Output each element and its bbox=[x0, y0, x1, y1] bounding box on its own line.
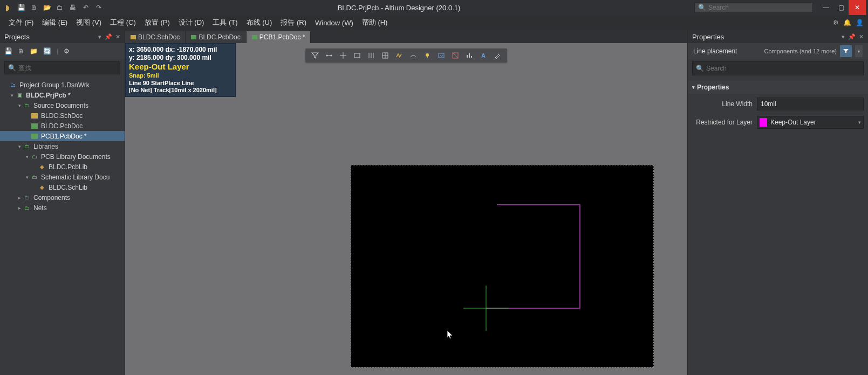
filter-dropdown[interactable]: ▾ bbox=[855, 45, 863, 57]
properties-subheader: Line placement Components (and 12 more) … bbox=[688, 43, 868, 59]
hud-info-2: [No Net] Track[10mil x 2020mil] bbox=[129, 87, 232, 94]
projects-toolbar: 💾 🗎 📁 🔄 | ⚙ bbox=[0, 43, 125, 59]
tree-pcblib[interactable]: ◆BLDC.PcbLib bbox=[0, 162, 125, 172]
tree-pcb-lib-docs[interactable]: ▾🗀PCB Library Documents bbox=[0, 151, 125, 162]
snap-icon[interactable] bbox=[323, 50, 336, 61]
tab-schdoc[interactable]: BLDC.SchDoc bbox=[125, 31, 186, 43]
search-icon: 🔍 bbox=[8, 64, 16, 72]
menu-design[interactable]: 设计 (D) bbox=[174, 16, 209, 30]
menu-route[interactable]: 布线 (U) bbox=[242, 16, 277, 30]
save-icon[interactable]: 💾 bbox=[4, 47, 12, 55]
projects-tree: 🗂Project Group 1.DsnWrk ▾▣BLDC.PrjPcb * … bbox=[0, 77, 125, 216]
menu-help[interactable]: 帮助 (H) bbox=[358, 16, 392, 30]
filter-button[interactable] bbox=[840, 45, 852, 57]
menu-project[interactable]: 工程 (C) bbox=[106, 16, 140, 30]
folder-icon[interactable]: 🗀 bbox=[55, 3, 65, 12]
properties-title: Properties bbox=[692, 33, 842, 41]
text-icon[interactable]: A bbox=[477, 50, 490, 61]
menubar: 文件 (F) 编辑 (E) 视图 (V) 工程 (C) 放置 (P) 设计 (D… bbox=[0, 15, 868, 30]
pin-icon[interactable]: 📌 bbox=[105, 33, 112, 40]
restricted-layer-select[interactable]: Keep-Out Layer ▾ bbox=[757, 116, 864, 129]
properties-subtitle: Line placement bbox=[693, 47, 764, 55]
minimize-button[interactable]: — bbox=[818, 0, 833, 15]
tab-pcbdoc[interactable]: BLDC.PcbDoc bbox=[186, 31, 246, 43]
projects-search-input[interactable] bbox=[18, 64, 117, 72]
tree-project[interactable]: ▾▣BLDC.PrjPcb * bbox=[0, 90, 125, 100]
crosshair-icon[interactable] bbox=[337, 50, 350, 61]
align-icon[interactable] bbox=[365, 50, 378, 61]
trace-icon[interactable] bbox=[393, 50, 406, 61]
menu-tools[interactable]: 工具 (T) bbox=[208, 16, 242, 30]
folder-icon[interactable]: 📁 bbox=[30, 47, 38, 55]
rect-icon[interactable] bbox=[351, 50, 364, 61]
user-icon[interactable]: 👤 bbox=[856, 19, 864, 26]
menu-place[interactable]: 放置 (P) bbox=[140, 16, 174, 30]
board-icon[interactable] bbox=[449, 50, 462, 61]
canvas-wrap[interactable]: x: 3650.000 dx: -1870.000 mil y: 2185.00… bbox=[125, 43, 687, 375]
svg-rect-2 bbox=[354, 53, 360, 58]
menu-window[interactable]: Window (W) bbox=[311, 17, 358, 29]
chevron-down-icon: ▾ bbox=[858, 120, 861, 125]
keepout-track bbox=[486, 205, 580, 308]
new-doc-icon[interactable]: 🗎 bbox=[18, 47, 24, 55]
quick-access-toolbar: 💾 🗎 📂 🗀 🖶 ↶ ↷ bbox=[16, 3, 104, 12]
global-search[interactable]: 🔍 bbox=[694, 2, 813, 13]
tree-schdoc[interactable]: BLDC.SchDoc bbox=[0, 110, 125, 121]
measure-icon[interactable] bbox=[407, 50, 420, 61]
undo-icon[interactable]: ↶ bbox=[81, 3, 91, 12]
properties-section-header[interactable]: ▾ Properties bbox=[688, 81, 868, 94]
save-all-icon[interactable]: 🗎 bbox=[29, 3, 39, 12]
menu-view[interactable]: 视图 (V) bbox=[72, 16, 106, 30]
tree-pcb1doc[interactable]: PCB1.PcbDoc * bbox=[0, 131, 125, 141]
svg-rect-4 bbox=[427, 57, 428, 58]
save-icon[interactable]: 💾 bbox=[16, 3, 26, 12]
tree-nets[interactable]: ▸🗀Nets bbox=[0, 203, 125, 213]
line-width-input[interactable]: 10mil bbox=[757, 98, 864, 110]
edit-icon[interactable] bbox=[491, 50, 504, 61]
tree-libraries[interactable]: ▾🗀Libraries bbox=[0, 141, 125, 151]
properties-scope[interactable]: Components (and 12 more) bbox=[764, 48, 837, 54]
tree-schlib[interactable]: ◆BLDC.SchLib bbox=[0, 182, 125, 192]
restricted-layer-label: Restricted for Layer bbox=[692, 119, 757, 126]
dropdown-icon[interactable]: ▾ bbox=[842, 33, 845, 40]
close-button[interactable]: ✕ bbox=[849, 0, 866, 15]
menu-file[interactable]: 文件 (F) bbox=[4, 16, 38, 30]
gear-icon[interactable]: ⚙ bbox=[64, 47, 70, 55]
tree-project-group[interactable]: 🗂Project Group 1.DsnWrk bbox=[0, 80, 125, 90]
panel-close-icon[interactable]: ✕ bbox=[115, 33, 120, 40]
tree-sch-lib-docs[interactable]: ▾🗀Schematic Library Docu bbox=[0, 172, 125, 182]
line-width-label: Line Width bbox=[692, 100, 757, 108]
chart-icon[interactable] bbox=[463, 50, 476, 61]
open-icon[interactable]: 📂 bbox=[42, 3, 52, 12]
properties-search[interactable]: 🔍 bbox=[692, 61, 864, 75]
grid-icon[interactable] bbox=[379, 50, 392, 61]
properties-search-input[interactable] bbox=[706, 65, 860, 72]
svg-rect-5 bbox=[439, 53, 444, 58]
restricted-layer-row: Restricted for Layer Keep-Out Layer ▾ bbox=[688, 114, 868, 130]
tree-pcbdoc[interactable]: BLDC.PcbDoc bbox=[0, 121, 125, 131]
maximize-button[interactable]: ▢ bbox=[833, 0, 849, 15]
menu-edit[interactable]: 编辑 (E) bbox=[38, 16, 72, 30]
hud-coord-x: x: 3650.000 dx: -1870.000 mil bbox=[129, 46, 232, 54]
gear-icon[interactable]: ⚙ bbox=[833, 19, 839, 26]
projects-search[interactable]: 🔍 bbox=[4, 61, 120, 74]
filter-icon[interactable] bbox=[309, 50, 322, 61]
redo-icon[interactable]: ↷ bbox=[94, 3, 104, 12]
bulb-icon[interactable] bbox=[421, 50, 434, 61]
hud-info-1: Line 90 StartPlace Line bbox=[129, 80, 232, 87]
panel-close-icon[interactable]: ✕ bbox=[859, 33, 864, 40]
pcb-canvas[interactable] bbox=[351, 165, 654, 367]
tree-source-docs[interactable]: ▾🗀Source Documents bbox=[0, 100, 125, 110]
menu-report[interactable]: 报告 (R) bbox=[276, 16, 311, 30]
tab-pcb1doc[interactable]: PCB1.PcbDoc * bbox=[247, 31, 311, 43]
refresh-icon[interactable]: 🔄 bbox=[43, 47, 51, 55]
svg-point-3 bbox=[426, 53, 429, 57]
image-icon[interactable] bbox=[435, 50, 448, 61]
bell-icon[interactable]: 🔔 bbox=[843, 19, 851, 26]
projects-panel: Projects ▾ 📌 ✕ 💾 🗎 📁 🔄 | ⚙ 🔍 🗂Project Gr… bbox=[0, 30, 125, 375]
print-icon[interactable]: 🖶 bbox=[68, 3, 78, 12]
global-search-input[interactable] bbox=[708, 4, 809, 11]
pin-icon[interactable]: 📌 bbox=[848, 33, 856, 40]
tree-components[interactable]: ▸🗀Components bbox=[0, 192, 125, 203]
dropdown-icon[interactable]: ▾ bbox=[98, 33, 101, 40]
